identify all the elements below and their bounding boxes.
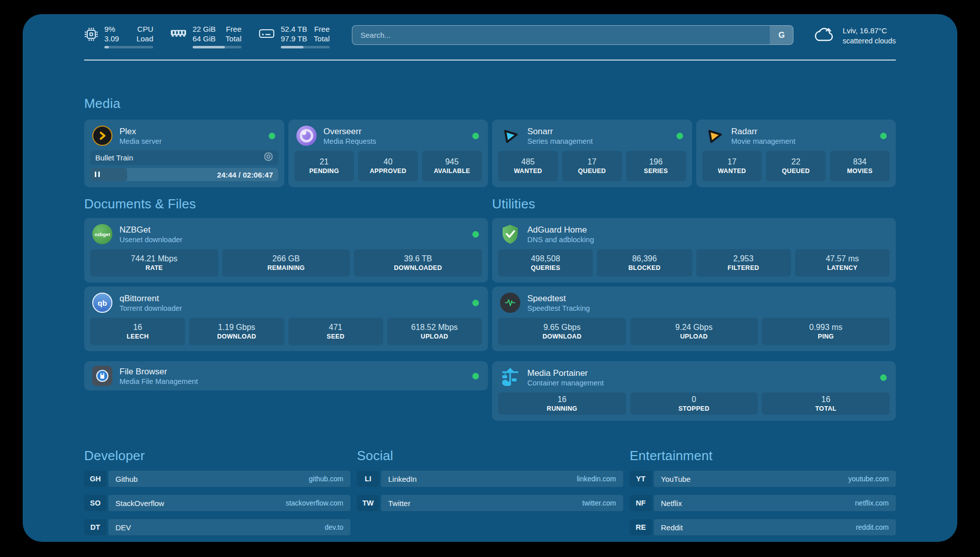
bookmark-url: stackoverflow.com: [286, 499, 343, 507]
bookmark-dev[interactable]: DT DEVdev.to: [84, 519, 350, 535]
section-title-social: Social: [357, 448, 623, 464]
weather-location-temp: Lviv, 16.87°C: [842, 26, 896, 36]
service-name: Speedtest: [527, 293, 887, 304]
service-card-nzbget[interactable]: nzbget NZBGet Usenet downloader 744.21 M…: [84, 218, 488, 283]
bookmark-linkedin[interactable]: LI LinkedInlinkedin.com: [357, 471, 623, 487]
section-title-entertainment: Entertainment: [630, 448, 896, 464]
service-card-sonarr[interactable]: Sonarr Series management 485WANTED 17QUE…: [492, 120, 692, 187]
service-card-adguard[interactable]: AdGuard Home DNS and adblocking 498,508Q…: [492, 218, 896, 283]
bookmarks-area: Developer GH Githubgithub.com SO StackOv…: [84, 448, 896, 543]
section-title-media: Media: [84, 96, 896, 112]
bookmark-url: twitter.com: [582, 499, 616, 507]
cpu-stat: 9%3.09 CPULoad: [84, 24, 153, 48]
service-card-plex[interactable]: Plex Media server Bullet Train 2: [84, 120, 284, 187]
service-name: qBittorrent: [119, 293, 472, 304]
stat-block: 22QUEUED: [766, 151, 826, 181]
bookmark-netflix[interactable]: NF Netflixnetflix.com: [630, 495, 896, 511]
stat-block: 9.24 GbpsUPLOAD: [630, 318, 758, 345]
cloud-icon: [812, 25, 836, 46]
service-subtitle: Usenet downloader: [119, 235, 472, 244]
stat-block: 498,508QUERIES: [498, 249, 593, 276]
ram-total-value: 64 GiB: [193, 34, 216, 43]
service-subtitle: Media server: [119, 137, 269, 146]
stat-block: 196SERIES: [626, 151, 686, 181]
top-bar: 9%3.09 CPULoad: [84, 20, 896, 48]
cpu-load-value: 3.09: [104, 34, 119, 43]
service-subtitle: Media File Management: [119, 377, 472, 386]
stat-block: 86,396BLOCKED: [597, 249, 692, 276]
bookmark-abbr: YT: [630, 471, 652, 487]
service-subtitle: Speedtest Tracking: [527, 304, 887, 313]
stat-block: 16TOTAL: [762, 393, 890, 415]
portainer-icon: [500, 367, 520, 387]
service-card-speedtest[interactable]: Speedtest Speedtest Tracking 9.65 GbpsDO…: [492, 287, 896, 351]
service-name: Radarr: [731, 126, 881, 137]
plex-now-playing: Bullet Train: [90, 150, 278, 165]
bookmark-abbr: NF: [630, 495, 652, 511]
service-name: Sonarr: [527, 126, 677, 137]
service-name: Overseerr: [324, 126, 473, 137]
weather-widget: Lviv, 16.87°C scattered clouds: [812, 25, 896, 46]
stat-block: 485WANTED: [498, 151, 558, 181]
service-card-portainer[interactable]: Media Portainer Container management 16R…: [492, 361, 896, 421]
ram-total-label: Total: [225, 34, 241, 43]
radarr-icon: [704, 126, 724, 146]
bookmark-group-developer: Developer GH Githubgithub.com SO StackOv…: [84, 448, 350, 543]
status-dot: [269, 133, 275, 139]
search-provider-button[interactable]: G: [770, 26, 793, 44]
stat-block: 16LEECH: [90, 318, 185, 345]
bookmark-youtube[interactable]: YT YouTubeyoutube.com: [630, 471, 896, 487]
stat-block: 618.52 MbpsUPLOAD: [387, 318, 482, 345]
service-card-overseerr[interactable]: Overseerr Media Requests 21PENDING 40APP…: [288, 120, 488, 187]
bookmark-url: linkedin.com: [577, 475, 616, 483]
service-card-filebrowser[interactable]: File Browser Media File Management: [84, 361, 488, 391]
bookmark-name: YouTube: [661, 475, 691, 483]
bookmark-name: Twitter: [388, 499, 410, 508]
service-card-radarr[interactable]: Radarr Movie management 17WANTED 22QUEUE…: [696, 120, 896, 187]
stat-block: 0.993 msPING: [762, 318, 890, 345]
stat-block: 21PENDING: [294, 151, 354, 181]
service-card-qbittorrent[interactable]: qb qBittorrent Torrent downloader 16LEEC…: [84, 287, 488, 351]
adguard-icon: [500, 224, 520, 244]
bookmark-url: netflix.com: [855, 499, 889, 507]
disk-free-label: Free: [314, 24, 330, 34]
bookmark-reddit[interactable]: RE Redditreddit.com: [630, 519, 896, 535]
stat-block: 2,953FILTERED: [696, 249, 791, 276]
status-dot: [472, 231, 479, 238]
plex-progress-bar[interactable]: 24:44 / 02:06:47: [90, 168, 278, 181]
service-subtitle: Torrent downloader: [119, 304, 472, 313]
header-divider: [84, 60, 896, 61]
dashboard-panel: 9%3.09 CPULoad: [23, 14, 957, 542]
bookmark-twitter[interactable]: TW Twittertwitter.com: [357, 495, 623, 511]
status-dot: [472, 373, 479, 379]
service-subtitle: Container management: [527, 378, 880, 387]
stat-block: 39.6 TBDOWNLOADED: [354, 249, 482, 276]
bookmark-github[interactable]: GH Githubgithub.com: [84, 471, 350, 487]
bookmark-stackoverflow[interactable]: SO StackOverflowstackoverflow.com: [84, 495, 350, 511]
service-subtitle: Movie management: [731, 137, 881, 146]
overseerr-icon: [296, 126, 317, 146]
stat-block: 40APPROVED: [358, 151, 418, 181]
bookmark-name: Reddit: [661, 523, 683, 532]
bookmark-abbr: LI: [357, 471, 379, 487]
status-dot: [472, 133, 479, 139]
disk-progress-bar: [281, 46, 330, 48]
bookmark-url: github.com: [309, 475, 343, 483]
qbittorrent-icon: qb: [92, 293, 112, 313]
video-lens-icon: [264, 152, 273, 163]
stat-block: 16RUNNING: [498, 393, 626, 415]
bookmark-name: StackOverflow: [115, 499, 164, 508]
bookmark-name: Netflix: [661, 499, 682, 508]
cpu-usage-value: 9%: [104, 24, 119, 34]
bookmark-url: dev.to: [325, 523, 343, 531]
stat-block: 471SEED: [288, 318, 383, 345]
plex-icon: [92, 126, 112, 146]
disk-stat: 52.4 TB97.9 TB FreeTotal: [259, 24, 330, 48]
search-input[interactable]: [352, 26, 770, 44]
bookmark-name: DEV: [115, 523, 131, 532]
nzbget-icon: nzbget: [92, 224, 112, 244]
search-bar[interactable]: G: [352, 25, 793, 45]
bookmark-group-entertainment: Entertainment YT YouTubeyoutube.com NF N…: [630, 448, 896, 543]
pause-icon[interactable]: [95, 170, 100, 179]
bookmark-url: youtube.com: [848, 475, 889, 483]
